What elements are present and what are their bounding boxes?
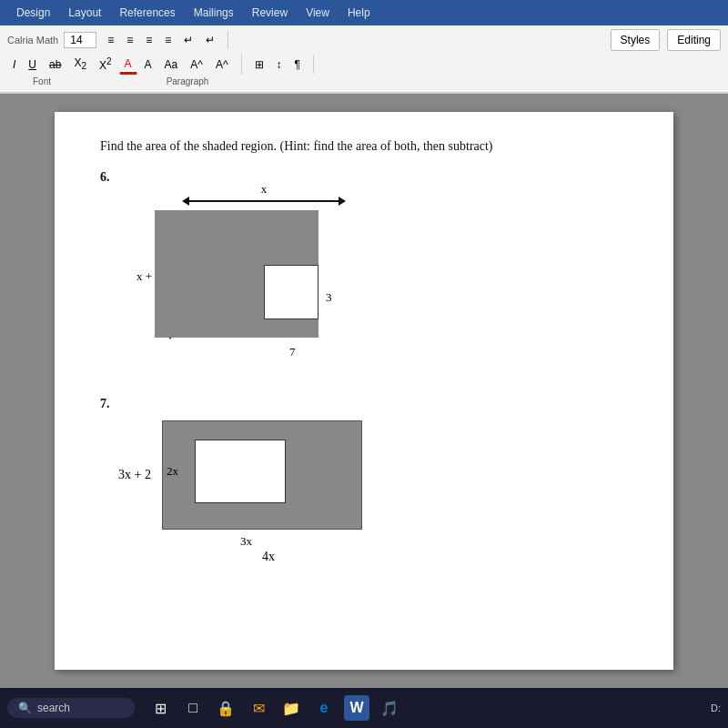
tab-layout[interactable]: Layout [59,3,110,23]
document-area: Find the area of the shaded region. (Hin… [0,94,728,688]
taskbar-security-icon[interactable]: 🔒 [213,695,238,721]
ribbon-toolbar: Calria Math ≡ ≡ ≡ ≡ ↵ ↵ Styles Editing I… [0,25,728,93]
taskbar: 🔍 search ⊞ □ 🔒 ✉ 📁 e W 🎵 D: [0,688,728,728]
sort-button[interactable]: ↕ [271,56,288,74]
label-7: 7 [289,345,296,359]
superscript-button[interactable]: X2 [94,54,117,75]
label-2x-side: 2x [167,464,178,479]
search-icon: 🔍 [18,702,32,714]
font-name-label: Calria Math [7,35,58,46]
tab-mailings[interactable]: Mailings [185,3,243,23]
inner-rect-7: 2x [195,440,286,503]
taskbar-windows-icon[interactable]: ⊞ [147,695,173,721]
problem-7: 7. 3x + 2 2x 3x 4x [100,397,628,564]
x-label: x [261,182,268,197]
taskbar-word-icon[interactable]: W [344,695,369,721]
inner-rect-6 [264,265,318,319]
subscript-button[interactable]: X2 [68,54,92,74]
font-aa-button[interactable]: Aa [159,56,184,74]
problem-7-number: 7. [100,397,628,411]
editing-button[interactable]: Editing [667,29,721,51]
arrow-left-head [182,197,189,206]
paragraph-align-group: ≡ ≡ ≡ ≡ ↵ ↵ [102,31,228,49]
font-size-input[interactable] [64,32,96,48]
taskbar-teams-icon[interactable]: 🎵 [377,695,402,721]
insert-group: ⊞ ↕ ¶ [249,56,314,74]
taskbar-search[interactable]: 🔍 search [7,698,135,718]
problem-6: 6. x x + 2 [100,170,628,369]
styles-button[interactable]: Styles [611,29,661,51]
instructions: Find the area of the shaded region. (Hin… [100,139,628,154]
table-button[interactable]: ⊞ [249,56,269,74]
tab-review[interactable]: Review [243,3,297,23]
tab-references[interactable]: References [110,3,184,23]
label-3x2: 3x + 2 [118,468,151,482]
arrow-x-line [189,200,339,202]
taskbar-icons: ⊞ □ 🔒 ✉ 📁 e W 🎵 [147,695,402,721]
x-arrow-container: x [182,197,346,206]
page: Find the area of the shaded region. (Hin… [55,112,673,670]
taskbar-right: D: [711,703,721,713]
align-left-button[interactable]: ≡ [102,31,119,49]
taskbar-mail-icon[interactable]: ✉ [246,695,271,721]
tab-design[interactable]: Design [7,3,59,23]
italic-button[interactable]: I [7,56,21,74]
taskbar-folder-icon[interactable]: 📁 [278,695,304,721]
outer-rect-7: 2x 3x [162,420,362,530]
label-3: 3 [326,290,332,305]
toolbar-row2: I U ab X2 X2 A A Aa A^ A^ ⊞ ↕ ¶ [7,54,721,75]
label-3x: 3x [240,534,252,549]
indent-button[interactable]: ↵ [178,31,198,49]
strikethrough-button[interactable]: ab [44,56,66,74]
font-format-group: I U ab X2 X2 A A Aa A^ A^ [7,54,242,75]
underline-button[interactable]: U [23,56,42,74]
diagram-6: x x + 2 3 7 [127,192,419,369]
ribbon: Design Layout References Mailings Review… [0,0,728,94]
diagram-7: 3x + 2 2x 3x [118,420,628,557]
decrease-font-button[interactable]: A^ [210,56,234,74]
taskbar-time: D: [711,703,721,713]
arrow-right-head [339,197,346,206]
font-label: Font [15,76,87,86]
x-arrow [182,197,346,206]
highlight-button[interactable]: A [139,56,157,74]
tab-help[interactable]: Help [339,3,379,23]
pilcrow-button[interactable]: ¶ [289,56,306,74]
justify-button[interactable]: ≡ [159,31,177,49]
outdent-button[interactable]: ↵ [200,31,220,49]
align-right-button[interactable]: ≡ [140,31,157,49]
tab-view[interactable]: View [297,3,339,23]
search-label: search [37,702,70,714]
toolbar-row1: Calria Math ≡ ≡ ≡ ≡ ↵ ↵ Styles Editing [7,29,721,51]
taskbar-task-view-icon[interactable]: □ [180,695,206,721]
font-color-button[interactable]: A [119,55,137,75]
align-center-button[interactable]: ≡ [121,31,138,49]
ribbon-tab-bar: Design Layout References Mailings Review… [0,0,728,25]
paragraph-label: Paragraph [160,76,233,86]
ribbon-labels: Font Paragraph [7,75,721,88]
taskbar-edge-icon[interactable]: e [311,695,337,721]
problem-6-number: 6. [100,170,628,185]
increase-font-button[interactable]: A^ [185,56,208,74]
